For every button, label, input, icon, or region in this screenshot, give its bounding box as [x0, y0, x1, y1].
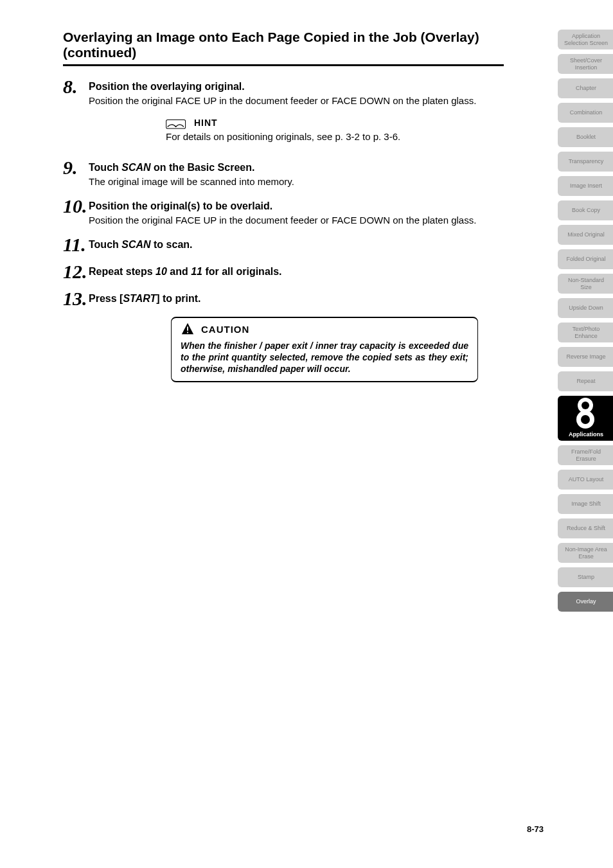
step-heading: Position the original(s) to be overlaid.	[89, 200, 504, 213]
caution-text: When the finisher / paper exit / inner t…	[181, 340, 468, 375]
step-8: 8. Position the overlaying original. Pos…	[63, 78, 504, 150]
sidebar: Application Selection Screen Sheet/Cover…	[558, 30, 613, 612]
hint-icon	[166, 116, 188, 129]
sidebar-tab: Chapter	[558, 78, 613, 98]
step-heading: Touch SCAN on the Basic Screen.	[89, 161, 504, 174]
sidebar-tab: AUTO Layout	[558, 470, 613, 490]
caution-box: CAUTION When the finisher / paper exit /…	[171, 317, 478, 382]
step-number: 12.	[63, 263, 89, 281]
sidebar-tab: Combination	[558, 103, 613, 123]
sidebar-tab: Booklet	[558, 127, 613, 147]
hint-block: HINT For details on positioning original…	[166, 116, 504, 143]
step-12: 12. Repeat steps 10 and 11 for all origi…	[63, 263, 504, 281]
sidebar-tab: Mixed Original	[558, 225, 613, 245]
sidebar-tab: Repeat	[558, 371, 613, 391]
step-heading: Press [START] to print.	[89, 292, 504, 305]
step-number: 9.	[63, 159, 89, 188]
chapter-8-icon	[573, 394, 598, 430]
step-13: 13. Press [START] to print.	[63, 290, 504, 308]
sidebar-tab: Upside Down	[558, 298, 613, 318]
hint-label: HINT	[194, 116, 218, 129]
sidebar-chapter-tab: Applications	[558, 396, 613, 441]
sidebar-tab-current: Overlay	[558, 592, 613, 612]
step-11: 11. Touch SCAN to scan.	[63, 236, 504, 254]
sidebar-tab: Sheet/Cover Insertion	[558, 54, 613, 74]
step-number: 11.	[63, 236, 89, 254]
page-number: 8-73	[527, 824, 544, 834]
sidebar-tab: Application Selection Screen	[558, 30, 613, 49]
title-rule	[63, 64, 504, 66]
step-heading: Position the overlaying original.	[89, 80, 504, 93]
step-number: 13.	[63, 290, 89, 308]
step-heading: Touch SCAN to scan.	[89, 238, 504, 251]
sidebar-tab: Frame/Fold Erasure	[558, 445, 613, 465]
sidebar-tab: Reverse Image	[558, 347, 613, 367]
svg-rect-2	[187, 332, 188, 333]
svg-point-6	[581, 415, 590, 424]
step-detail: Position the original FACE UP in the doc…	[89, 214, 504, 227]
svg-point-5	[582, 402, 589, 409]
sidebar-tab: Reduce & Shift	[558, 518, 613, 538]
hint-text: For details on positioning originals, se…	[166, 130, 504, 143]
warning-triangle-icon	[181, 322, 195, 336]
step-10: 10. Position the original(s) to be overl…	[63, 197, 504, 227]
svg-rect-1	[187, 327, 188, 331]
chapter-label: Applications	[569, 431, 603, 438]
step-heading: Repeat steps 10 and 11 for all originals…	[89, 265, 504, 278]
caution-label: CAUTION	[201, 324, 249, 335]
sidebar-tab: Image Insert	[558, 176, 613, 196]
step-9: 9. Touch SCAN on the Basic Screen. The o…	[63, 159, 504, 188]
sidebar-tab: Non-Standard Size	[558, 274, 613, 294]
sidebar-tab: Image Shift	[558, 494, 613, 514]
page-title: Overlaying an Image onto Each Page Copie…	[63, 30, 504, 60]
sidebar-tab: Folded Original	[558, 249, 613, 269]
sidebar-tab: Book Copy	[558, 200, 613, 220]
step-number: 10.	[63, 197, 89, 227]
sidebar-tab: Transparency	[558, 152, 613, 172]
step-detail: Position the original FACE UP in the doc…	[89, 94, 504, 107]
step-detail: The original image will be scanned into …	[89, 175, 504, 188]
sidebar-tab: Text/Photo Enhance	[558, 323, 613, 342]
sidebar-tab: Non-Image Area Erase	[558, 543, 613, 563]
step-number: 8.	[63, 78, 89, 150]
sidebar-tab: Stamp	[558, 567, 613, 587]
